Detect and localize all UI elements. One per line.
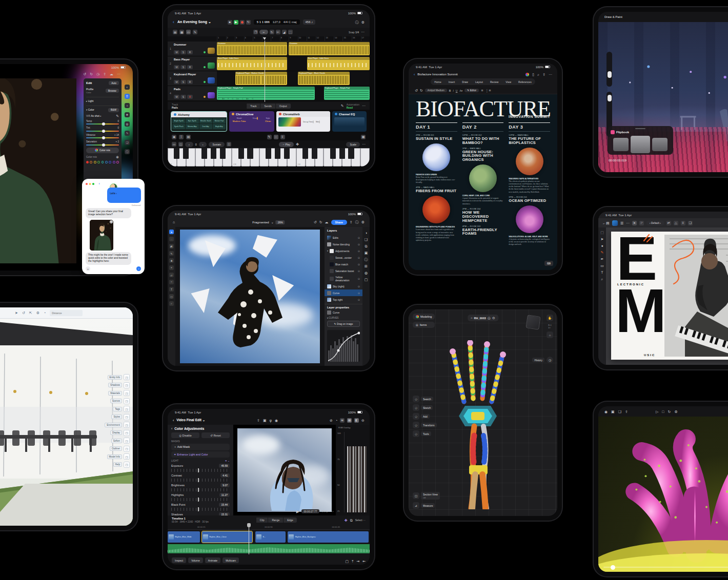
- piano-black-key[interactable]: [211, 148, 216, 159]
- color-swatch[interactable]: [105, 161, 108, 164]
- document-title[interactable]: Biofacture Innovation Summit: [417, 73, 457, 76]
- split-view-icon[interactable]: ⊞: [340, 418, 345, 423]
- mute-button[interactable]: M: [174, 50, 179, 54]
- midi-region[interactable]: Keyboard Player - Broken Chords: [235, 72, 287, 85]
- audio-track[interactable]: [168, 544, 370, 553]
- automation-readout[interactable]: AutomationRead: [347, 103, 359, 109]
- adjustment-slider[interactable]: Contrast4.41: [171, 473, 230, 482]
- brush-size-slider[interactable]: [606, 52, 612, 87]
- settings-icon[interactable]: ⚙: [361, 20, 365, 24]
- layer-row[interactable]: Sweat...ooster⊙: [325, 254, 362, 261]
- move-tool-icon[interactable]: ➤: [601, 237, 604, 241]
- adjustment-slider[interactable]: Brightness9.07: [171, 483, 230, 491]
- keyboard-layout-icon[interactable]: ▭: [172, 142, 176, 147]
- midi-region[interactable]: Keyboard Player - Simple Pad: [324, 87, 370, 100]
- more-icon[interactable]: ⋯: [549, 73, 552, 76]
- frame-thumbnail[interactable]: [652, 138, 668, 151]
- layer-row[interactable]: Blue match⊙: [325, 261, 362, 267]
- snapping-icon[interactable]: ⧉: [350, 519, 353, 522]
- loop-icon[interactable]: ↻: [668, 410, 671, 413]
- info-icon[interactable]: ⓘ: [365, 258, 368, 261]
- modeling-mode-button[interactable]: Modeling: [413, 314, 435, 320]
- back-icon[interactable]: ‹: [173, 20, 174, 25]
- color-swatch[interactable]: [97, 161, 100, 164]
- measure-icon[interactable]: ⊿: [413, 502, 419, 509]
- font-name-field[interactable]: Antipol Medium: [425, 89, 447, 92]
- brush-tool-icon[interactable]: ✎: [601, 251, 604, 254]
- edit-mode-tab[interactable]: Clip: [256, 517, 268, 523]
- heal-tool-icon[interactable]: ✚: [169, 258, 174, 263]
- minimize-icon[interactable]: ⊖: [361, 419, 365, 422]
- piano-black-key[interactable]: [238, 148, 244, 159]
- back-icon[interactable]: ‹: [173, 419, 174, 422]
- piano-keyboard[interactable]: C2C3C4: [168, 148, 370, 167]
- settings-icon[interactable]: ⚙: [36, 311, 39, 315]
- share-icon[interactable]: ⇧: [103, 72, 106, 76]
- sustain-button[interactable]: Sustain: [209, 142, 225, 147]
- drag-on-image-button[interactable]: ✎ Drag on image: [327, 321, 360, 327]
- panel-icon[interactable]: ◳: [124, 374, 130, 380]
- mute-button[interactable]: M: [174, 80, 179, 84]
- adjustments-icon[interactable]: ◑: [365, 231, 367, 235]
- search-icon[interactable]: ⌕: [537, 73, 539, 76]
- tool-row[interactable]: ◇ Add: [413, 413, 437, 420]
- layer-group-row[interactable]: ▾Adjustments⊙: [325, 247, 362, 254]
- panel-icon[interactable]: ◳: [124, 382, 130, 388]
- section-view-icon[interactable]: ◫: [413, 492, 419, 499]
- panel-icon[interactable]: ◳: [124, 430, 130, 436]
- playhead[interactable]: [265, 40, 265, 102]
- keyboard-icon[interactable]: [208, 77, 215, 84]
- panel-icon[interactable]: ◳: [124, 398, 130, 404]
- ribbon-tab[interactable]: Draw: [459, 79, 471, 85]
- chevron-down-icon[interactable]: ▾: [86, 109, 87, 112]
- split-keyboard-icon[interactable]: ◫: [178, 142, 183, 147]
- measure-row[interactable]: ⊿Measure: [413, 502, 440, 509]
- layer-row[interactable]: Sky (right)⊙: [325, 283, 362, 289]
- heal-icon[interactable]: ✚: [125, 112, 130, 117]
- frame-thumbnail[interactable]: [613, 138, 629, 151]
- record-enable-button[interactable]: R: [187, 50, 193, 54]
- render-icon[interactable]: ◉: [604, 410, 608, 413]
- ribbon-tab[interactable]: View: [502, 79, 514, 85]
- shape-tool-icon[interactable]: ▭: [600, 264, 604, 267]
- message-image-attachment[interactable]: ✕: [90, 220, 113, 251]
- layer-row[interactable]: Saturation boost⊙: [325, 267, 362, 274]
- record-enable-button[interactable]: R: [187, 65, 193, 69]
- list-icon[interactable]: ⋮≡: [485, 89, 491, 92]
- edit-icon[interactable]: ☰: [125, 94, 130, 99]
- octave-down-button[interactable]: ‹: [185, 142, 193, 147]
- layers-icon[interactable]: ❏: [618, 410, 621, 413]
- notes-icon[interactable]: ▤: [186, 135, 191, 139]
- marquee-icon[interactable]: ⬚: [288, 30, 293, 34]
- automation-pencil-icon[interactable]: ✎: [341, 104, 344, 108]
- snapshot-cell[interactable]: Synth Pluck: [172, 124, 185, 129]
- tracks-view-icon[interactable]: ▭: [186, 30, 191, 34]
- copy-icon[interactable]: ❐: [253, 30, 258, 34]
- layer-row[interactable]: Yellow desaturation⊙: [325, 274, 362, 283]
- piano-black-key[interactable]: [348, 148, 354, 159]
- stop-button[interactable]: ■: [228, 20, 232, 25]
- add-layer-icon[interactable]: ⊞: [365, 264, 368, 268]
- drum-kit-icon[interactable]: [208, 48, 215, 54]
- chevron-right-icon[interactable]: ▸: [86, 100, 87, 103]
- panel-row[interactable]: Soften ◳: [111, 438, 130, 444]
- properties-layer-row[interactable]: Curve: [327, 309, 360, 316]
- flipbook-panel[interactable]: Flipbook: [608, 126, 673, 155]
- snapshot-cell[interactable]: Motion Pad: [213, 118, 226, 123]
- snapshot-cell[interactable]: Minimal Arp: [186, 124, 198, 129]
- wet-knob[interactable]: Wet: [316, 121, 320, 123]
- play-icon[interactable]: ▶: [296, 510, 299, 513]
- panel-row[interactable]: Entity Info ◳: [108, 374, 130, 380]
- panel-row[interactable]: Scenes ◳: [110, 398, 130, 404]
- cloud-icon[interactable]: ☁: [325, 220, 329, 224]
- adjustment-slider[interactable]: Temp0: [86, 120, 119, 125]
- wb-value[interactable]: As shot: [91, 114, 99, 117]
- light-section-label[interactable]: Light: [88, 99, 94, 102]
- align-icon[interactable]: ≡: [681, 221, 685, 225]
- drive-knob[interactable]: [257, 117, 258, 120]
- trash-icon[interactable]: ▢: [346, 560, 349, 563]
- mask-icon[interactable]: ◍: [125, 121, 130, 127]
- cycle-button[interactable]: ↻: [246, 20, 251, 25]
- text-tool-icon[interactable]: T: [601, 271, 603, 274]
- tool-icon[interactable]: ◇: [413, 430, 419, 437]
